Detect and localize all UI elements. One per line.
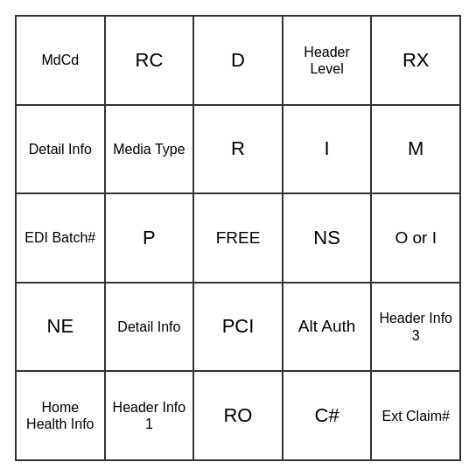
grid-cell-r2c4: O or I — [372, 194, 461, 284]
grid-cell-r4c1: Header Info 1 — [106, 372, 195, 461]
grid-cell-r4c0: Home Health Info — [17, 372, 106, 461]
grid-cell-r2c1: P — [106, 194, 195, 284]
grid-cell-r0c0: MdCd — [17, 17, 106, 106]
bingo-grid: MdCdRCDHeader LevelRXDetail InfoMedia Ty… — [15, 15, 461, 461]
grid-cell-r4c2: RO — [194, 372, 284, 461]
grid-cell-r0c1: RC — [106, 17, 195, 106]
grid-cell-r2c0: EDI Batch# — [17, 194, 106, 284]
grid-cell-r3c2: PCI — [194, 284, 284, 373]
grid-cell-r3c0: NE — [17, 284, 106, 373]
grid-cell-r4c3: C# — [284, 372, 373, 461]
grid-cell-r1c2: R — [194, 106, 284, 195]
grid-cell-r0c2: D — [194, 17, 284, 106]
grid-cell-r1c4: M — [372, 106, 461, 195]
grid-cell-r1c0: Detail Info — [17, 106, 106, 195]
grid-cell-r3c4: Header Info 3 — [372, 284, 461, 373]
grid-cell-r3c3: Alt Auth — [284, 284, 373, 373]
grid-cell-r0c3: Header Level — [284, 17, 373, 106]
grid-cell-r2c3: NS — [284, 194, 373, 284]
grid-cell-r3c1: Detail Info — [106, 284, 195, 373]
grid-cell-r1c3: I — [284, 106, 373, 195]
grid-cell-r1c1: Media Type — [106, 106, 195, 195]
grid-cell-r0c4: RX — [372, 17, 461, 106]
grid-cell-r4c4: Ext Claim# — [372, 372, 461, 461]
grid-cell-r2c2: FREE — [194, 194, 284, 284]
